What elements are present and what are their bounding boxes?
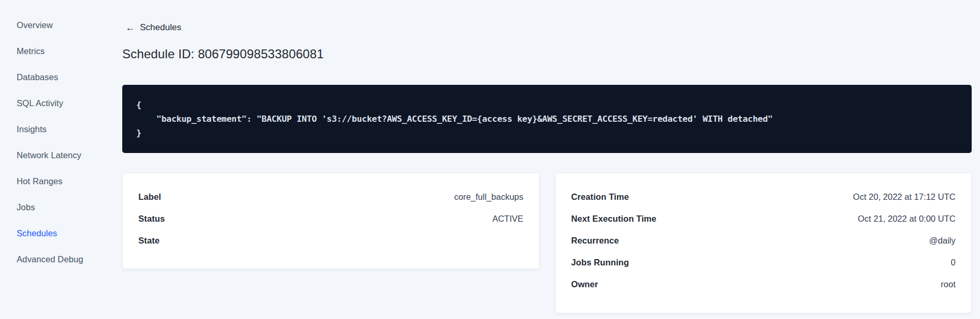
sidebar-nav-list: Overview Metrics Databases SQL Activity … bbox=[17, 12, 122, 272]
page-title: Schedule ID: 806799098533806081 bbox=[122, 46, 972, 62]
label-card-rows: Label core_full_backups Status ACTIVE St… bbox=[138, 186, 523, 251]
sidebar-item-label: Databases bbox=[17, 72, 58, 82]
detail-cards: Label core_full_backups Status ACTIVE St… bbox=[122, 173, 972, 313]
sidebar-item-label: Network Latency bbox=[17, 150, 81, 160]
detail-row: State bbox=[138, 229, 523, 251]
schedule-label-card: Label core_full_backups Status ACTIVE St… bbox=[122, 173, 539, 269]
detail-row-label: Jobs Running bbox=[571, 258, 629, 267]
sidebar-item[interactable]: Metrics bbox=[17, 38, 122, 64]
detail-row-value: Oct 21, 2022 at 0:00 UTC bbox=[858, 214, 956, 224]
sidebar-item[interactable]: Insights bbox=[17, 116, 122, 142]
back-to-schedules-link[interactable]: ← Schedules bbox=[122, 22, 181, 33]
detail-row-label: Creation Time bbox=[571, 192, 629, 202]
detail-row: Owner root bbox=[571, 273, 956, 295]
detail-row-label: Owner bbox=[571, 279, 598, 289]
detail-row-value: core_full_backups bbox=[454, 192, 523, 202]
detail-row-label: Label bbox=[138, 192, 161, 202]
timing-card-rows: Creation Time Oct 20, 2022 at 17:12 UTC … bbox=[571, 186, 956, 295]
detail-row-label: Next Execution Time bbox=[571, 214, 656, 224]
detail-row-value: 0 bbox=[951, 258, 956, 267]
sidebar-item[interactable]: Schedules bbox=[17, 220, 122, 246]
detail-row: Recurrence @daily bbox=[571, 229, 956, 251]
code-line: "backup_statement": "BACKUP INTO 's3://b… bbox=[136, 112, 958, 126]
detail-row-label: Status bbox=[138, 214, 165, 224]
sidebar-item-label: Hot Ranges bbox=[17, 176, 62, 186]
detail-row-label: State bbox=[138, 236, 160, 246]
detail-row-label: Recurrence bbox=[571, 236, 619, 246]
sidebar-item[interactable]: Hot Ranges bbox=[17, 168, 122, 194]
detail-row-value: root bbox=[941, 279, 956, 289]
detail-row: Jobs Running 0 bbox=[571, 251, 956, 273]
code-line: { bbox=[136, 98, 958, 112]
detail-row-value: Oct 20, 2022 at 17:12 UTC bbox=[853, 192, 956, 202]
detail-row-value: @daily bbox=[929, 236, 956, 246]
sidebar-item[interactable]: Databases bbox=[17, 64, 122, 90]
back-arrow-icon: ← bbox=[125, 23, 135, 32]
sidebar: Overview Metrics Databases SQL Activity … bbox=[0, 0, 122, 319]
sidebar-item-label: Jobs bbox=[17, 202, 35, 212]
sidebar-item-label: Advanced Debug bbox=[17, 254, 83, 264]
schedule-detail-page: ← Schedules Schedule ID: 806799098533806… bbox=[122, 0, 972, 313]
code-line: } bbox=[136, 126, 958, 140]
detail-row: Status ACTIVE bbox=[138, 208, 523, 229]
sidebar-item[interactable]: SQL Activity bbox=[17, 90, 122, 116]
sidebar-item-label: Metrics bbox=[17, 46, 45, 56]
code-lines: { "backup_statement": "BACKUP INTO 's3:/… bbox=[136, 98, 958, 140]
sidebar-item[interactable]: Jobs bbox=[17, 194, 122, 220]
backup-statement-code-block: { "backup_statement": "BACKUP INTO 's3:/… bbox=[122, 85, 972, 153]
sidebar-item[interactable]: Network Latency bbox=[17, 142, 122, 168]
detail-row: Label core_full_backups bbox=[138, 186, 523, 208]
sidebar-item-label: SQL Activity bbox=[17, 98, 63, 108]
sidebar-item-label: Schedules bbox=[17, 228, 57, 238]
schedule-timing-card: Creation Time Oct 20, 2022 at 17:12 UTC … bbox=[555, 173, 972, 313]
sidebar-item-label: Overview bbox=[17, 20, 53, 30]
sidebar-item[interactable]: Advanced Debug bbox=[17, 246, 122, 272]
detail-row-value: ACTIVE bbox=[492, 214, 523, 224]
sidebar-item[interactable]: Overview bbox=[17, 12, 122, 38]
detail-row: Creation Time Oct 20, 2022 at 17:12 UTC bbox=[571, 186, 956, 208]
back-link-label: Schedules bbox=[140, 22, 181, 33]
detail-row: Next Execution Time Oct 21, 2022 at 0:00… bbox=[571, 208, 956, 229]
sidebar-item-label: Insights bbox=[17, 124, 47, 134]
